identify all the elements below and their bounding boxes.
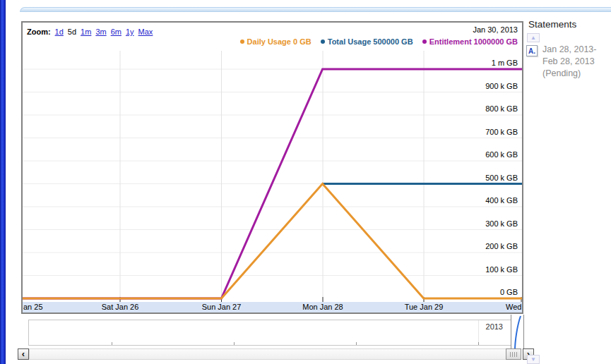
chart-inner: Zoom:1d5d1m3m6m1yMax Jan 30, 2013 Daily … [23,23,522,313]
x-axis-label: Tue Jan 29 [405,303,444,311]
series-daily-usage [23,184,522,299]
panel-top-bar [20,7,611,12]
triangle-down-icon: ▼ [530,356,536,363]
y-axis-label: 100 k GB [468,265,518,274]
statement-date-range: Jan 28, 2013- Feb 28, 2013 (Pending) [542,44,607,80]
y-axis-label: 800 k GB [468,104,518,114]
x-axis-label: Wed J [506,303,522,311]
scrollbar-left-button[interactable]: ‹ [18,348,29,360]
navigator-tick [478,342,479,345]
navigator-tick [112,342,112,345]
statement-list-item[interactable]: A. Jan 28, 2013- Feb 28, 2013 (Pending) [526,44,607,80]
navigator-tick [234,342,235,345]
statement-document-icon: A. [526,45,538,56]
y-axis-label: 700 k GB [468,128,518,137]
plot-gridlines [23,51,522,302]
y-axis-label: 400 k GB [468,196,518,205]
x-axis-label: an 25 [23,303,43,311]
x-axis-label: Sun Jan 27 [202,303,242,311]
navigator-year-label: 2013 [486,322,503,331]
navigator-tick [356,342,357,345]
usage-chart: Zoom:1d5d1m3m6m1yMax Jan 30, 2013 Daily … [21,21,523,314]
navigator-series [511,315,525,351]
y-axis-label: 600 k GB [468,150,518,159]
chart-navigator[interactable]: 2013 [28,320,523,346]
y-axis-label: 300 k GB [468,219,518,229]
statements-title: Statements [528,19,576,30]
window-left-edge [0,0,6,364]
scrollbar-thumb[interactable] [506,348,521,360]
x-axis-label: Mon Jan 28 [302,303,343,311]
plot-area [23,23,522,302]
triangle-up-icon: ▲ [530,35,536,41]
x-axis-label: Sat Jan 26 [102,303,139,311]
grip-icon [510,352,517,357]
statements-scroll-up-button[interactable]: ▲ [527,33,540,42]
y-axis-label: 1 m GB [468,59,518,68]
scrollbar-track[interactable] [29,348,506,360]
y-axis-label: 900 k GB [468,82,518,91]
y-axis-label: 500 k GB [468,174,518,183]
chevron-left-icon: ‹ [22,348,25,359]
y-axis-label: 0 GB [468,288,518,297]
x-axis-band: an 25 Sat Jan 26 Sun Jan 27 Mon Jan 28 T… [23,302,522,313]
y-axis-label: 200 k GB [468,242,518,251]
navigator-gridline [478,320,479,345]
navigator-selected-window[interactable] [511,315,524,351]
statements-scroll-down-button[interactable]: ▼ [527,355,540,364]
